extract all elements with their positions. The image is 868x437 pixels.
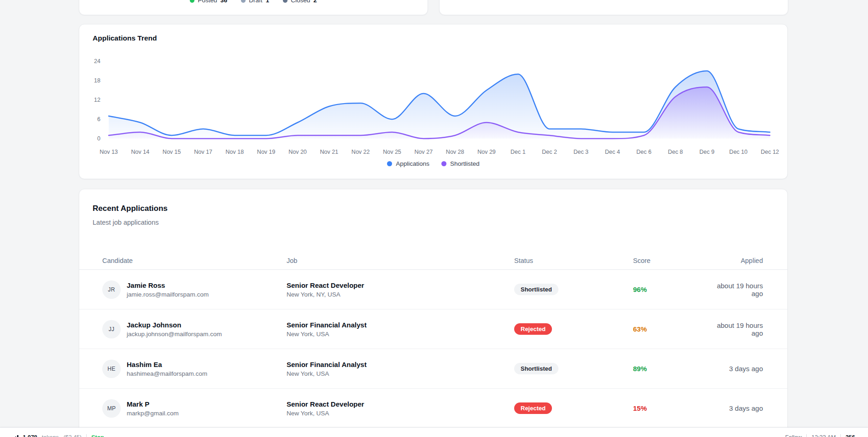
table-row[interactable]: JR Jamie Ross jamie.ross@mailforspam.com…: [79, 270, 787, 309]
candidate-name: Jackup Johnson: [127, 321, 222, 329]
divider: [86, 434, 87, 437]
table-body: JR Jamie Ross jamie.ross@mailforspam.com…: [79, 270, 787, 428]
token-label: tokens: [42, 434, 59, 437]
closed-dot-icon: [283, 0, 287, 3]
legend-item-shortlisted[interactable]: Shortlisted: [441, 160, 480, 167]
svg-text:Nov 17: Nov 17: [194, 149, 212, 155]
svg-text:Nov 18: Nov 18: [226, 149, 244, 155]
candidate-name: Mark P: [127, 400, 179, 408]
column-header-applied: Applied: [707, 257, 763, 264]
status-badge: Shortlisted: [514, 284, 558, 295]
section-title: Recent Applications: [93, 204, 168, 213]
score-value: 63%: [633, 325, 707, 333]
status-badge: Rejected: [514, 323, 552, 335]
candidate-email: jackup.johnson@mailforspam.com: [127, 331, 222, 338]
svg-text:Nov 25: Nov 25: [383, 149, 401, 155]
statusbar-time: 12:33 AM: [811, 434, 836, 437]
score-value: 15%: [633, 404, 707, 412]
bar-chart-icon: [13, 435, 18, 437]
section-subtitle: Latest job applications: [93, 219, 159, 226]
avatar: HE: [102, 360, 121, 378]
table-row[interactable]: MP Mark P markp@gmail.com Senior React D…: [79, 389, 787, 428]
svg-text:Nov 20: Nov 20: [288, 149, 307, 155]
table-header: Candidate Job Status Score Applied: [79, 251, 787, 270]
job-location: New York, USA: [287, 410, 514, 417]
svg-text:6: 6: [97, 116, 100, 122]
svg-text:Nov 19: Nov 19: [257, 149, 276, 155]
legend-item-closed: Closed 2: [283, 0, 317, 4]
job-location: New York, USA: [287, 331, 514, 338]
column-header-score: Score: [633, 257, 707, 264]
candidate-email: hashimea@mailforspam.com: [127, 370, 207, 377]
svg-text:Dec 3: Dec 3: [574, 149, 589, 155]
legend-item-posted: Posted 36: [190, 0, 227, 4]
closed-label: Closed: [291, 0, 310, 4]
job-location: New York, USA: [287, 370, 514, 377]
job-title: Senior Financial Analyst: [287, 361, 514, 368]
status-badge: Shortlisted: [514, 363, 558, 374]
column-header-candidate: Candidate: [102, 257, 287, 264]
closed-value: 2: [313, 0, 317, 4]
candidate-name: Hashim Ea: [127, 361, 207, 368]
draft-value: 1: [266, 0, 270, 4]
statusbar-item[interactable]: Follow: [785, 434, 802, 437]
shortlisted-legend-label: Shortlisted: [450, 160, 480, 167]
column-header-job: Job: [287, 257, 514, 264]
svg-text:Nov 21: Nov 21: [320, 149, 339, 155]
applications-trend-card: Applications Trend 24181260Nov 13Nov 14N…: [79, 24, 788, 179]
chart-legend: Applications Shortlisted: [79, 160, 787, 167]
status-bar: 1,078 tokens ($2.45) Stop Follow 12:33 A…: [0, 427, 868, 437]
stop-action[interactable]: Stop: [91, 434, 104, 437]
job-title: Senior React Developer: [287, 281, 514, 289]
applied-time: about 19 hours ago: [707, 282, 763, 297]
svg-text:Nov 15: Nov 15: [163, 149, 181, 155]
divider: [806, 434, 807, 437]
jobs-summary-card: Posted 36 Draft 1 Closed 2: [79, 0, 428, 15]
svg-text:Dec 2: Dec 2: [542, 149, 557, 155]
svg-text:12: 12: [94, 97, 100, 103]
divider: [840, 434, 841, 437]
svg-text:18: 18: [94, 77, 100, 84]
status-badge: Rejected: [514, 402, 552, 414]
secondary-summary-card: [439, 0, 788, 15]
avatar: JJ: [102, 320, 121, 338]
avatar: JR: [102, 280, 121, 299]
candidate-name: Jamie Ross: [127, 281, 209, 289]
legend-item-applications[interactable]: Applications: [387, 160, 429, 167]
applications-trend-chart: 24181260Nov 13Nov 14Nov 15Nov 17Nov 18No…: [79, 24, 788, 180]
column-header-status: Status: [514, 257, 633, 264]
legend-item-draft: Draft 1: [241, 0, 269, 4]
svg-text:Dec 4: Dec 4: [605, 149, 620, 155]
posted-value: 36: [220, 0, 227, 4]
applications-dot-icon: [387, 161, 392, 166]
avatar: MP: [102, 399, 121, 418]
svg-text:Dec 9: Dec 9: [699, 149, 715, 155]
statusbar-count: 256: [845, 434, 855, 437]
svg-text:0: 0: [97, 135, 100, 142]
table-row[interactable]: HE Hashim Ea hashimea@mailforspam.com Se…: [79, 349, 787, 389]
svg-text:Dec 12: Dec 12: [761, 149, 779, 155]
candidate-email: jamie.ross@mailforspam.com: [127, 291, 209, 298]
applications-legend-label: Applications: [396, 160, 429, 167]
applied-time: about 19 hours ago: [707, 321, 763, 337]
applied-time: 3 days ago: [707, 404, 763, 412]
svg-text:24: 24: [94, 58, 100, 64]
table-row[interactable]: JJ Jackup Johnson jackup.johnson@mailfor…: [79, 309, 787, 349]
svg-text:Nov 13: Nov 13: [100, 149, 118, 155]
jobs-summary-legend: Posted 36 Draft 1 Closed 2: [79, 0, 428, 4]
score-value: 96%: [633, 286, 707, 293]
svg-text:Dec 10: Dec 10: [729, 149, 748, 155]
svg-text:Dec 6: Dec 6: [636, 149, 651, 155]
job-title: Senior Financial Analyst: [287, 321, 514, 329]
dashboard-page: Posted 36 Draft 1 Closed 2 Applications …: [0, 0, 868, 437]
svg-text:Dec 1: Dec 1: [510, 149, 526, 155]
cost-value: ($2.45): [64, 434, 82, 437]
candidate-email: markp@gmail.com: [127, 410, 179, 417]
token-count: 1,078: [23, 434, 37, 437]
svg-text:Dec 8: Dec 8: [668, 149, 683, 155]
score-value: 89%: [633, 365, 707, 373]
svg-text:Nov 27: Nov 27: [415, 149, 433, 155]
svg-text:Nov 14: Nov 14: [131, 149, 150, 155]
applied-time: 3 days ago: [707, 365, 763, 373]
job-title: Senior React Developer: [287, 400, 514, 408]
